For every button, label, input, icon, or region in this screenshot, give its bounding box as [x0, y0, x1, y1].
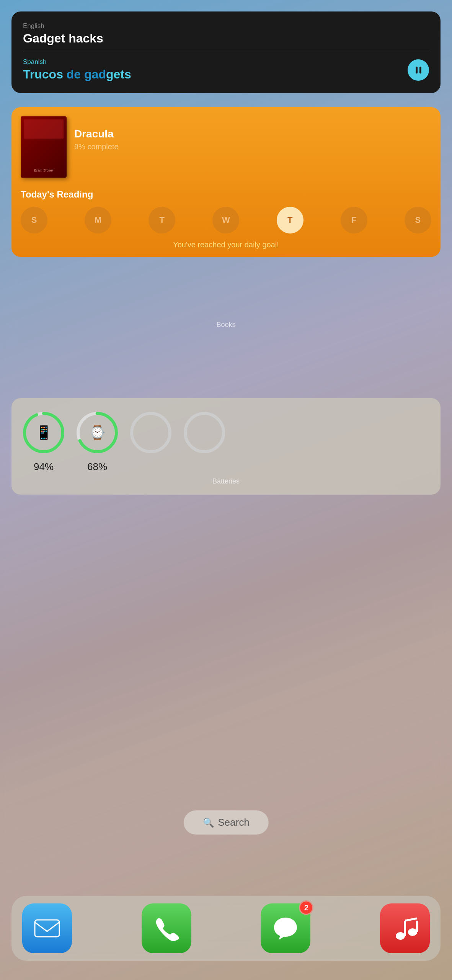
- battery-watch-ring: ⌚: [74, 410, 120, 456]
- day-sat: S: [405, 207, 431, 234]
- battery-phone-ring: 📱: [21, 410, 67, 456]
- books-goal-text: You've reached your daily goal!: [21, 240, 431, 249]
- search-button[interactable]: 🔍 Search: [183, 810, 268, 835]
- battery-phone: 📱 94%: [21, 410, 67, 473]
- pause-button[interactable]: [408, 59, 429, 81]
- day-wed: W: [212, 207, 239, 234]
- phone-icon: 📱: [35, 425, 52, 441]
- book-cover: Bram Stoker: [21, 116, 67, 178]
- battery-slot3-svg: [128, 410, 174, 456]
- pause-icon: [416, 67, 421, 74]
- search-icon: 🔍: [202, 817, 214, 828]
- translation-divider: [23, 52, 429, 52]
- battery-watch: ⌚ 68%: [74, 410, 120, 473]
- books-reading-section: Today's Reading S M T W T F S You've rea…: [11, 185, 441, 257]
- books-today-label: Today's Reading: [21, 189, 431, 200]
- book-progress: 9% complete: [74, 142, 119, 151]
- day-fri: F: [341, 207, 367, 234]
- battery-slot4-svg: [181, 410, 227, 456]
- pause-bar-2: [419, 67, 421, 74]
- dock-app-messages[interactable]: 2: [261, 903, 310, 953]
- watch-icon: ⌚: [89, 425, 106, 441]
- dock-app-mail[interactable]: [22, 903, 72, 953]
- translation-widget: English Gadget hacks Spanish Trucos de g…: [11, 11, 441, 93]
- day-thu: T: [277, 207, 304, 234]
- battery-slot4-ring: [181, 410, 227, 456]
- day-tue: T: [148, 207, 175, 234]
- target-language: Spanish: [23, 58, 131, 66]
- battery-slot-4: [181, 410, 227, 456]
- battery-phone-pct: 94%: [34, 461, 54, 473]
- batteries-widget[interactable]: 📱 94% ⌚ 68%: [11, 398, 441, 495]
- source-language: English: [23, 22, 429, 30]
- dock-app-music[interactable]: [380, 903, 430, 953]
- phone-icon: [153, 915, 180, 942]
- pause-bar-1: [416, 67, 418, 74]
- batteries-row: 📱 94% ⌚ 68%: [21, 410, 431, 473]
- battery-watch-pct: 68%: [87, 461, 107, 473]
- svg-point-8: [408, 928, 417, 936]
- svg-point-4: [132, 413, 170, 452]
- translation-target-left: Spanish Trucos de gadgets: [23, 58, 131, 82]
- book-info: Dracula 9% complete: [74, 116, 119, 151]
- mail-icon: [33, 915, 61, 942]
- target-text-post: gets: [106, 67, 131, 81]
- book-author: Bram Stoker: [21, 168, 67, 172]
- translation-target-row: Spanish Trucos de gadgets: [23, 58, 429, 82]
- target-text-pre: Trucos: [23, 67, 67, 81]
- books-top: Bram Stoker Dracula 9% complete: [11, 107, 441, 185]
- dock: 2: [11, 896, 441, 961]
- target-text-mid: de gad: [67, 67, 106, 81]
- messages-icon: [272, 915, 299, 942]
- svg-rect-6: [35, 920, 59, 937]
- battery-slot-3: [128, 410, 174, 456]
- dock-app-phone[interactable]: [142, 903, 191, 953]
- source-text: Gadget hacks: [23, 31, 429, 46]
- search-label: Search: [218, 817, 249, 828]
- svg-line-11: [405, 918, 417, 921]
- svg-point-5: [185, 413, 224, 452]
- target-text: Trucos de gadgets: [23, 67, 131, 82]
- day-mon: M: [85, 207, 111, 234]
- books-label: Books: [0, 321, 452, 329]
- music-icon: [391, 915, 419, 942]
- books-widget[interactable]: Bram Stoker Dracula 9% complete Today's …: [11, 107, 441, 257]
- days-row: S M T W T F S: [21, 207, 431, 234]
- batteries-label: Batteries: [21, 477, 431, 485]
- svg-point-7: [396, 932, 405, 940]
- book-title: Dracula: [74, 128, 119, 140]
- battery-slot3-ring: [128, 410, 174, 456]
- messages-badge: 2: [299, 900, 313, 915]
- day-sun: S: [21, 207, 47, 234]
